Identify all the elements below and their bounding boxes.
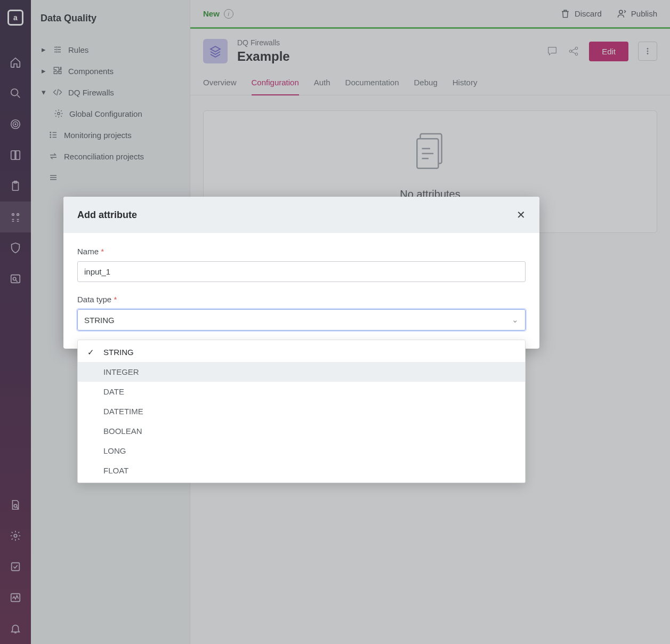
option-long[interactable]: LONG [78,441,525,461]
modal-header: Add attribute ✕ [63,197,539,233]
close-icon[interactable]: ✕ [516,208,526,221]
datatype-select[interactable]: STRING ⌄ [77,309,526,331]
chevron-down-icon: ⌄ [512,315,519,325]
modal-title: Add attribute [77,210,137,221]
datatype-label: Data type * [77,295,526,304]
datatype-field: Data type * STRING ⌄ [77,295,526,331]
datatype-value: STRING [84,316,115,325]
option-integer[interactable]: INTEGER [78,362,525,382]
option-datetime[interactable]: DATETIME [78,401,525,421]
name-field: Name * [77,247,526,282]
name-label: Name * [77,247,526,256]
datatype-dropdown: STRING INTEGER DATE DATETIME BOOLEAN LON… [77,340,526,483]
name-input[interactable] [77,261,526,282]
required-mark: * [101,247,104,256]
option-date[interactable]: DATE [78,382,525,401]
option-boolean[interactable]: BOOLEAN [78,421,525,441]
add-attribute-modal: Add attribute ✕ Name * Data type * STRIN… [63,197,539,349]
required-mark: * [114,295,117,304]
option-float[interactable]: FLOAT [78,461,525,480]
option-string[interactable]: STRING [78,342,525,362]
